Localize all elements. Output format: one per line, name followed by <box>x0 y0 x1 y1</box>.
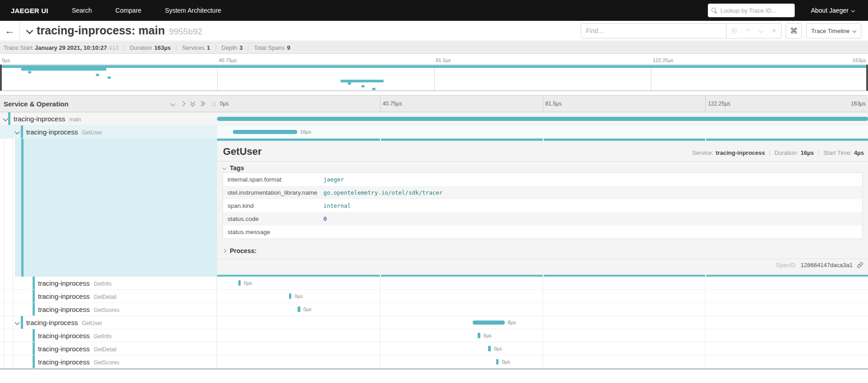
ruler-tick-label: 40.75µs <box>383 101 402 107</box>
ruler-gridline <box>705 96 706 112</box>
span-color-bar <box>21 316 23 329</box>
span-duration-bar[interactable] <box>478 333 480 338</box>
span-duration-label: 0µs <box>502 359 510 364</box>
collapse-one-icon[interactable] <box>171 102 175 105</box>
row-expand-chevron-icon[interactable] <box>3 116 8 121</box>
span-duration-bar[interactable] <box>496 359 498 364</box>
span-row-name-cell[interactable]: tracing-inprocessmain <box>0 112 217 125</box>
minimap-canvas[interactable] <box>0 64 868 91</box>
span-row-name-cell[interactable]: tracing-inprocessGetUser <box>0 316 217 329</box>
span-row-name-cell[interactable]: tracing-inprocessGetDetail <box>0 342 217 355</box>
span-detail-panel: GetUserService:tracing-inprocessDuration… <box>217 139 868 277</box>
span-row[interactable]: tracing-inprocessGetDetail0µs <box>0 290 868 303</box>
previous-match-icon[interactable] <box>746 29 750 33</box>
about-jaeger-menu[interactable]: About Jaeger <box>811 7 854 14</box>
span-row[interactable]: tracing-inprocessGetUser8µs <box>0 316 868 329</box>
span-duration-label: 0µs <box>244 280 252 286</box>
minimap-right-drag-handle[interactable] <box>866 65 868 91</box>
jaeger-ui-brand[interactable]: JAEGER UI <box>11 7 48 14</box>
span-row-name-cell[interactable]: tracing-inprocessGetUser <box>0 125 217 138</box>
span-row[interactable]: tracing-inprocessGetScores0µs <box>0 355 868 369</box>
expand-one-icon[interactable] <box>181 102 185 105</box>
operation-name: GetInfo <box>94 281 111 287</box>
process-section-header[interactable]: Process: <box>223 247 256 254</box>
view-selector-dropdown[interactable]: Trace Timeline <box>806 23 861 38</box>
span-row[interactable]: tracing-inprocessmain <box>0 112 868 125</box>
span-duration-bar[interactable] <box>233 130 297 134</box>
link-icon[interactable] <box>857 262 863 268</box>
row-expand-chevron-icon[interactable] <box>14 320 19 325</box>
service-name: tracing-inprocessGetScores <box>38 306 119 313</box>
nav-item-search[interactable]: Search <box>72 7 92 14</box>
indent-guide <box>13 316 13 329</box>
span-row-name-cell[interactable]: tracing-inprocessGetScores <box>0 355 217 368</box>
gridline-notch <box>705 139 706 141</box>
find-input[interactable] <box>586 27 717 34</box>
operation-name: GetUser <box>82 129 102 136</box>
expand-all-icon[interactable] <box>201 102 204 105</box>
span-color-bar <box>33 355 35 368</box>
start-time-label: Start Time: <box>823 149 852 156</box>
span-color-bar <box>33 277 35 289</box>
span-row-timeline-cell[interactable]: 0µs <box>217 277 868 289</box>
span-row-timeline-cell[interactable]: 16µs <box>217 125 868 138</box>
service-value: tracing-inprocess <box>716 149 765 156</box>
span-duration-label: 0µs <box>484 333 492 338</box>
selected-span-highlight[interactable] <box>15 139 217 277</box>
row-expand-chevron-icon[interactable] <box>14 129 19 134</box>
span-duration-bar[interactable] <box>298 306 300 312</box>
span-row-timeline-cell[interactable]: 0µs <box>217 342 868 355</box>
minimap-span <box>108 77 111 79</box>
span-row-timeline-cell[interactable]: 0µs <box>217 329 868 342</box>
trace-collapse-chevron-icon[interactable] <box>26 27 33 34</box>
service-operation-header: Service & Operation <box>4 96 68 112</box>
find-box[interactable] <box>581 23 726 38</box>
next-match-icon[interactable] <box>759 29 763 33</box>
span-row[interactable]: tracing-inprocessGetDetail0µs <box>0 342 868 355</box>
minimap-tick-labels: 0µs40.75µs81.5µs122.25µs163µs <box>0 54 868 64</box>
collapse-all-icon[interactable] <box>191 102 194 106</box>
tags-section-header[interactable]: Tags <box>223 164 244 172</box>
span-row-timeline-cell[interactable]: 0µs <box>217 303 868 316</box>
tag-value: 0 <box>323 215 327 222</box>
operation-name: main <box>69 116 81 123</box>
start-time-value: 4µs <box>854 149 864 156</box>
services-label: Services <box>182 44 204 51</box>
span-row-name-cell[interactable]: tracing-inprocessGetInfo <box>0 329 217 342</box>
span-duration-bar[interactable] <box>488 346 490 351</box>
span-row-timeline-cell[interactable]: 0µs <box>217 290 868 302</box>
clear-find-icon[interactable]: × <box>772 27 776 35</box>
span-duration-bar[interactable] <box>238 280 241 286</box>
span-duration-bar[interactable] <box>217 117 868 121</box>
span-row-name-cell[interactable]: tracing-inprocessGetInfo <box>0 277 217 289</box>
timeline-table-header: Service & Operation 0µs40.75µs81.5µs122.… <box>0 95 868 112</box>
span-row-timeline-cell[interactable]: 8µs <box>217 316 868 329</box>
span-row[interactable]: tracing-inprocessGetInfo0µs <box>0 329 868 342</box>
nav-item-system-architecture[interactable]: System Architecture <box>165 7 222 14</box>
duration-value: 16µs <box>801 149 814 156</box>
column-resize-grip[interactable] <box>213 102 215 107</box>
trace-id-lookup-input[interactable] <box>721 7 788 14</box>
minimap-left-drag-handle[interactable] <box>0 65 2 91</box>
trace-header: ← tracing-inprocess: main9955b92 × ⌘ Tra… <box>0 21 868 41</box>
span-row[interactable]: tracing-inprocessGetInfo0µs <box>0 277 868 290</box>
tag-row: status.code0 <box>223 212 862 225</box>
tag-key: internal.span.format <box>223 176 323 183</box>
span-duration-bar[interactable] <box>289 293 291 299</box>
span-duration-label: 0µs <box>294 293 303 299</box>
nav-item-compare[interactable]: Compare <box>115 7 142 14</box>
span-row-timeline-cell[interactable] <box>217 112 868 125</box>
back-button[interactable]: ← <box>0 21 20 41</box>
service-name: tracing-inprocessGetInfo <box>38 332 112 340</box>
operation-name: GetDetail <box>94 346 116 353</box>
span-row-name-cell[interactable]: tracing-inprocessGetDetail <box>0 290 217 302</box>
span-row[interactable]: tracing-inprocessGetScores0µs <box>0 303 868 316</box>
span-duration-bar[interactable] <box>473 321 505 325</box>
span-row[interactable]: tracing-inprocessGetUser16µs <box>0 125 868 139</box>
span-row-timeline-cell[interactable]: 0µs <box>217 355 868 368</box>
span-row-name-cell[interactable]: tracing-inprocessGetScores <box>0 303 217 316</box>
focus-match-icon[interactable] <box>731 28 737 34</box>
keyboard-shortcuts-button[interactable]: ⌘ <box>786 23 802 38</box>
span-detail-row: GetUserService:tracing-inprocessDuration… <box>0 139 868 277</box>
trace-id-lookup-box[interactable] <box>708 4 795 17</box>
